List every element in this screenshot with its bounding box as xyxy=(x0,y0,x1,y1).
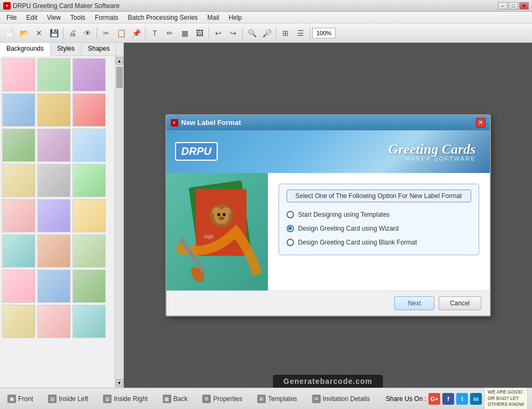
inside-left-label: Inside Left xyxy=(59,395,88,403)
sep7 xyxy=(309,27,310,39)
toolbar-print[interactable]: 🖨 xyxy=(66,26,80,40)
toolbar-new[interactable]: 📄 xyxy=(2,26,16,40)
dialog-close-button[interactable]: ✕ xyxy=(476,118,486,128)
tab-backgrounds[interactable]: Backgrounds xyxy=(0,43,51,56)
radio-circle-wizard[interactable] xyxy=(287,225,294,232)
thumb-bg-15[interactable] xyxy=(73,199,106,232)
dialog-body: ings Select One of The Following Option … xyxy=(166,173,490,290)
thumb-bg-12[interactable] xyxy=(73,164,106,197)
thumb-bg-9[interactable] xyxy=(73,129,106,162)
scroll-down[interactable]: ▼ xyxy=(116,379,123,387)
menu-view[interactable]: View xyxy=(43,13,65,22)
scroll-thumb[interactable] xyxy=(116,67,123,88)
invitation-label: Invitation Details xyxy=(323,395,370,403)
thumb-bg-4[interactable] xyxy=(2,93,35,127)
status-tab-properties[interactable]: ⚙ Properties xyxy=(199,394,245,404)
thumb-bg-1[interactable] xyxy=(2,58,35,91)
menu-mail[interactable]: Mail xyxy=(203,13,224,22)
scroll-up[interactable]: ▲ xyxy=(116,57,123,65)
toolbar-barcode[interactable]: ▦ xyxy=(178,26,192,40)
templates-icon: ⊞ xyxy=(257,395,266,403)
tab-shapes[interactable]: Shapes xyxy=(82,43,117,56)
thumb-row-7 xyxy=(2,270,113,303)
thumb-bg-8[interactable] xyxy=(37,129,70,162)
menu-help[interactable]: Help xyxy=(225,13,247,22)
thumb-bg-24[interactable] xyxy=(73,305,106,338)
menu-formats[interactable]: Formats xyxy=(91,13,123,22)
minimize-button[interactable]: – xyxy=(498,2,507,10)
toolbar-undo[interactable]: ↩ xyxy=(211,26,225,40)
toolbar-save[interactable]: 💾 xyxy=(47,26,61,40)
status-tab-invitation[interactable]: ✉ Invitation Details xyxy=(309,394,373,404)
radio-circle-blank[interactable] xyxy=(287,239,294,246)
thumb-bg-20[interactable] xyxy=(37,270,70,303)
menu-batch[interactable]: Batch Processing Series xyxy=(124,13,202,22)
google-plus-btn[interactable]: G+ xyxy=(428,393,440,405)
thumb-row-5 xyxy=(2,199,113,232)
toolbar-copy[interactable]: 📋 xyxy=(114,26,128,40)
toolbar-open[interactable]: 📂 xyxy=(17,26,31,40)
status-tab-templates[interactable]: ⊞ Templates xyxy=(254,394,300,404)
thumb-bg-7[interactable] xyxy=(2,129,35,162)
toolbar-text[interactable]: T xyxy=(148,26,162,40)
toolbar-align[interactable]: ☰ xyxy=(293,26,307,40)
toolbar-grid[interactable]: ⊞ xyxy=(279,26,292,40)
thumb-bg-2[interactable] xyxy=(37,58,70,91)
thumb-bg-6[interactable] xyxy=(73,93,106,127)
invitation-icon: ✉ xyxy=(312,395,321,403)
scroll-track: ▲ ▼ xyxy=(115,56,123,388)
thumb-bg-18[interactable] xyxy=(73,234,106,268)
svg-point-8 xyxy=(223,213,226,216)
toolbar-paste[interactable]: 📌 xyxy=(129,26,143,40)
linkedin-btn[interactable]: in xyxy=(470,393,482,405)
toolbar-zoom-in[interactable]: 🔍 xyxy=(245,26,259,40)
thumb-bg-11[interactable] xyxy=(37,164,70,197)
option-container: Select One of The Following Option For N… xyxy=(279,184,479,255)
status-bar: ▣ Front ▤ Inside Left ▥ Inside Right ▦ B… xyxy=(0,388,532,409)
radio-option-templates[interactable]: Start Designing using Templates xyxy=(287,208,471,222)
thumb-bg-23[interactable] xyxy=(37,305,70,338)
thumb-bg-14[interactable] xyxy=(37,199,70,232)
thumb-bg-21[interactable] xyxy=(73,270,106,303)
zoom-level: 100% xyxy=(312,28,336,38)
status-tab-inside-left[interactable]: ▤ Inside Left xyxy=(45,394,91,404)
close-button[interactable]: ✕ xyxy=(519,2,529,10)
radio-circle-templates[interactable] xyxy=(287,211,294,218)
thumb-bg-17[interactable] xyxy=(37,234,70,268)
thumb-bg-16[interactable] xyxy=(2,234,35,268)
tab-styles[interactable]: Styles xyxy=(51,43,82,56)
next-button[interactable]: Next xyxy=(394,296,434,310)
twitter-btn[interactable]: t xyxy=(456,393,468,405)
toolbar-cut[interactable]: ✂ xyxy=(99,26,113,40)
toolbar-preview[interactable]: 👁 xyxy=(81,26,94,40)
toolbar-draw[interactable]: ✏ xyxy=(163,26,177,40)
toolbar-redo[interactable]: ↪ xyxy=(226,26,240,40)
radio-option-wizard[interactable]: Design Greeting Card using Wizard xyxy=(287,222,471,235)
thumb-bg-22[interactable] xyxy=(2,305,35,338)
maximize-button[interactable]: □ xyxy=(509,2,518,10)
left-panel: Backgrounds Styles Shapes xyxy=(0,43,124,388)
thumb-bg-5[interactable] xyxy=(37,93,70,127)
toolbar-close-doc[interactable]: ✕ xyxy=(32,26,46,40)
dialog-footer: Next Cancel xyxy=(166,290,490,316)
cancel-button[interactable]: Cancel xyxy=(439,296,481,310)
facebook-btn[interactable]: f xyxy=(442,393,454,405)
thumb-bg-19[interactable] xyxy=(2,270,35,303)
menu-file[interactable]: File xyxy=(2,13,21,22)
status-tab-inside-right[interactable]: ▥ Inside Right xyxy=(100,394,150,404)
status-tab-back[interactable]: ▦ Back xyxy=(160,394,191,404)
thumb-bg-13[interactable] xyxy=(2,199,35,232)
toolbar-zoom-out[interactable]: 🔎 xyxy=(260,26,274,40)
feedback-box[interactable]: WE ARE GOOD OR BAD? LET OTHERS KNOW xyxy=(484,388,528,409)
thumb-bg-3[interactable] xyxy=(73,58,106,91)
back-icon: ▦ xyxy=(163,395,171,403)
menu-tools[interactable]: Tools xyxy=(66,13,90,22)
radio-option-blank[interactable]: Design Greeting Card using Blank Format xyxy=(287,235,471,249)
radio-label-blank: Design Greeting Card using Blank Format xyxy=(298,239,417,246)
feedback-line1: WE ARE GOOD xyxy=(488,389,524,396)
toolbar-image[interactable]: 🖼 xyxy=(193,26,207,40)
menu-edit[interactable]: Edit xyxy=(22,13,42,22)
social-area: Share Us On : G+ f t in WE ARE GOOD OR B… xyxy=(386,388,528,409)
thumb-bg-10[interactable] xyxy=(2,164,35,197)
status-tab-front[interactable]: ▣ Front xyxy=(4,394,36,404)
